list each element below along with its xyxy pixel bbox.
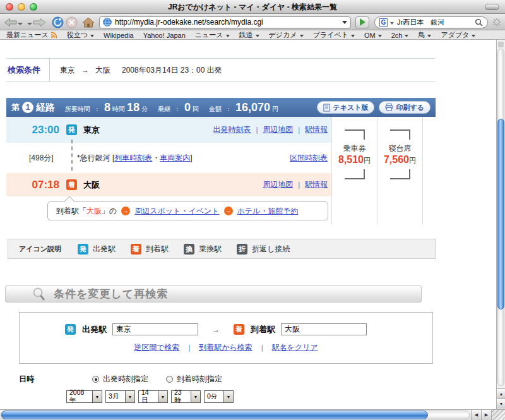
back-button[interactable] [4, 18, 24, 27]
bookmark-item-nyusu[interactable]: ニュース [195, 30, 230, 40]
bubble-station: 大阪 [86, 207, 102, 215]
bracket-bottom [390, 169, 410, 179]
forward-arrow-icon [33, 18, 46, 27]
v-scroll-thumb[interactable] [497, 119, 504, 309]
link-car-info[interactable]: 車両案内 [160, 153, 190, 162]
resize-grip[interactable] [491, 410, 505, 420]
forward-button[interactable] [26, 18, 46, 27]
link-search-from-arrival[interactable]: 到着駅から検索 [199, 342, 252, 353]
departure-row: 23:00 発 東京 出発時刻表 ｜ 周辺地図 ｜ 駅情報 [6, 117, 331, 143]
close-window-button[interactable] [6, 3, 13, 11]
fare-area: 乗車券 8,510円 寝台席 7,560円 [331, 117, 436, 224]
arrival-station: 大阪 [83, 179, 100, 191]
scroll-right-button[interactable]: ▶ [481, 410, 491, 420]
search-engine-icon[interactable]: G [379, 18, 388, 27]
turnback-badge-icon: 折 [237, 244, 247, 255]
toolbar-toggle-pill[interactable] [485, 4, 499, 10]
link-section-timetable[interactable]: 区間時刻表 [290, 153, 328, 164]
forward-menu-arrow-icon[interactable] [27, 23, 32, 25]
radio-button-icon[interactable] [166, 376, 173, 383]
select-arrow-icon[interactable]: ▼ [191, 391, 200, 402]
chevron-down-icon [427, 35, 431, 37]
scroll-down-button[interactable]: ▼ [497, 399, 505, 409]
bookmark-item-private[interactable]: プライベト [313, 30, 355, 40]
bookmark-item-adapter[interactable]: アダプタ [441, 30, 475, 40]
home-button[interactable] [82, 17, 95, 28]
zoom-window-button[interactable] [30, 3, 37, 11]
radio-button-icon[interactable] [92, 376, 99, 383]
segment-row: [498分] *急行銀河 [列車時刻表・車両案内] 区間時刻表 [6, 143, 331, 173]
bookmark-item-yahoo-japan[interactable]: Yahoo! Japan [143, 32, 186, 39]
link-departure-area-map[interactable]: 周辺地図 [263, 124, 293, 135]
bookmark-item-2ch[interactable]: 2ch [391, 32, 409, 39]
url-dropdown-arrow-icon[interactable] [342, 21, 347, 24]
hour-select[interactable]: 23時▼ [171, 390, 201, 403]
rss-icon [50, 32, 57, 39]
h-scroll-thumb[interactable] [1, 411, 428, 419]
year-select[interactable]: 2008年▼ [66, 390, 102, 403]
minute-select[interactable]: 0分▼ [204, 390, 234, 403]
select-arrow-icon[interactable]: ▼ [158, 391, 167, 402]
bookmark-item-tetsudo[interactable]: 鉄道 [239, 30, 259, 40]
departure-time: 23:00 [6, 124, 59, 136]
month-select[interactable]: 3月▼ [105, 390, 135, 403]
bookmark-item-news[interactable]: 最新ニュース [6, 30, 57, 40]
bookmark-item-yakudatsu[interactable]: 役立つ [67, 30, 94, 40]
stop-button[interactable] [66, 16, 78, 28]
link-train-timetable[interactable]: 列車時刻表 [114, 153, 152, 162]
route-number-suffix: 経路 [36, 102, 55, 114]
link-departure-timetable[interactable]: 出発時刻表 [213, 124, 251, 135]
scroll-left-button[interactable]: ◀ [471, 410, 481, 420]
v-scrollbar[interactable]: ▲ ▼ [496, 40, 505, 409]
link-departure-station-info[interactable]: 駅情報 [305, 124, 328, 135]
bookmark-item-tori[interactable]: 鳥 [418, 30, 431, 40]
browser-toolbar: G [0, 14, 505, 30]
h-scrollbar[interactable]: ◀ ▶ [0, 409, 505, 420]
to-station-input[interactable] [281, 323, 367, 335]
page-viewport: 検索条件 東京 → 大阪 2008年03月14日 23：00 出発 第 1 経路… [0, 40, 505, 409]
select-arrow-icon[interactable]: ▼ [125, 391, 134, 402]
document-icon [323, 104, 330, 112]
link-arrival-area-map[interactable]: 周辺地図 [263, 179, 293, 190]
link-hotel-reservation[interactable]: ホテル・旅館予約 [237, 206, 299, 217]
text-version-button[interactable]: テキスト版 [317, 101, 374, 114]
url-field[interactable] [99, 16, 351, 28]
go-button[interactable] [355, 16, 369, 28]
route-header-bar: 第 1 経路 所要時間 ： 8 時間 18 分 乗継 ： 0 回 [6, 98, 436, 117]
link-spot-event[interactable]: 周辺スポット・イベント [134, 206, 219, 217]
bookmark-item-om[interactable]: OM [364, 32, 382, 39]
circle-arrow-icon: → [121, 207, 130, 215]
chevron-down-icon [256, 35, 259, 37]
segment-duration: [498分] [6, 153, 67, 164]
select-arrow-icon[interactable]: ▼ [92, 391, 102, 402]
route-number-prefix: 第 [11, 102, 20, 113]
search-conditions-bar: 検索条件 東京 → 大阪 2008年03月14日 23：00 出発 [6, 58, 436, 82]
day-select[interactable]: 14日▼ [138, 390, 168, 403]
arrival-bubble: 到着駅「大阪」の → 周辺スポット・イベント → ホテル・旅館予約 [47, 201, 328, 220]
print-button[interactable]: 印刷する [379, 101, 431, 114]
minimize-window-button[interactable] [18, 3, 25, 11]
search-input[interactable] [397, 18, 473, 26]
radio-depart-time[interactable]: 出発時刻指定 [92, 374, 148, 385]
from-label: 出発駅 [82, 324, 107, 335]
select-arrow-icon[interactable]: ▼ [223, 391, 233, 402]
fare-price: 8,510円 [338, 154, 371, 165]
datetime-row: 日時 出発時刻指定 到着時刻指定 [19, 374, 496, 385]
bookmark-item-dejikame[interactable]: デジカメ [269, 30, 304, 40]
search-engine-menu-arrow-icon[interactable] [390, 22, 394, 25]
bubble-prefix: 到着駅「大阪」の [56, 206, 117, 217]
bracket-bottom [345, 169, 365, 179]
from-station-input[interactable] [112, 323, 198, 335]
url-input[interactable] [115, 18, 339, 27]
link-arrival-station-info[interactable]: 駅情報 [305, 179, 328, 190]
back-menu-arrow-icon[interactable] [18, 23, 23, 25]
reload-button[interactable] [52, 16, 64, 28]
search-field[interactable]: G [374, 16, 488, 28]
scroll-up-button[interactable]: ▲ [497, 388, 505, 399]
bookmark-item-wikipedia[interactable]: Wikipedia [104, 32, 134, 39]
chevron-down-icon [90, 35, 94, 37]
link-reverse-search[interactable]: 逆区間で検索 [134, 342, 179, 353]
go-arrow-icon [360, 18, 365, 26]
radio-arrive-time[interactable]: 到着時刻指定 [166, 374, 222, 385]
link-clear-stations[interactable]: 駅名をクリア [272, 342, 318, 353]
